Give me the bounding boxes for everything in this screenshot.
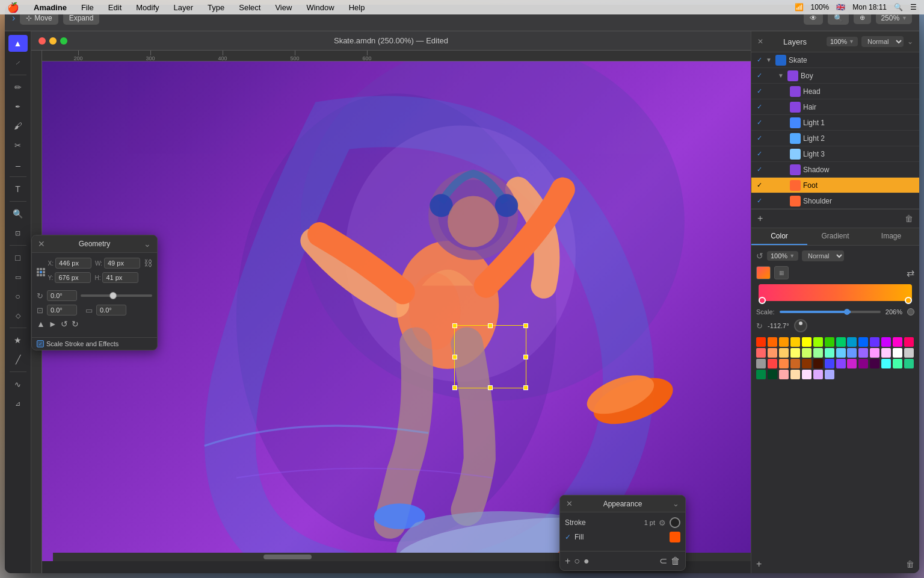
geo-shear-input[interactable] xyxy=(47,305,77,315)
appearance-collapse-button[interactable]: ⌄ xyxy=(673,499,679,508)
layer-visibility-light2[interactable]: ✓ xyxy=(755,134,763,143)
stroke-color-swatch[interactable] xyxy=(670,517,680,528)
curve-tool[interactable]: ∿ xyxy=(8,376,28,393)
layers-opacity[interactable]: 100% ▼ xyxy=(827,37,858,46)
color-opacity-arrow[interactable]: ▼ xyxy=(789,253,795,259)
color-swatch-1[interactable] xyxy=(768,337,777,347)
layer-visibility-shadow[interactable]: ✓ xyxy=(755,166,763,174)
close-layers-icon[interactable]: ✕ xyxy=(757,37,763,46)
transform-tool[interactable]: ⊡ xyxy=(8,225,28,241)
rotate-cw-button[interactable]: ↻ xyxy=(72,319,79,329)
handle-bottom-left[interactable] xyxy=(452,385,457,390)
layer-visibility-hair[interactable]: ✓ xyxy=(755,103,763,111)
menu-edit[interactable]: Edit xyxy=(106,3,124,12)
color-swatch-0[interactable] xyxy=(756,337,766,347)
transform-origin-grid[interactable] xyxy=(37,268,46,276)
add-layer-button[interactable]: + xyxy=(757,213,763,224)
color-swatch-40[interactable] xyxy=(893,359,902,368)
delete-appearance-button[interactable]: 🗑 xyxy=(671,556,680,567)
scale-slider[interactable] xyxy=(780,311,881,313)
color-swatch-5[interactable] xyxy=(813,337,823,347)
solid-color-button[interactable] xyxy=(756,266,771,279)
tab-image[interactable]: Image xyxy=(863,228,919,245)
color-blend-mode[interactable]: Normal Multiply xyxy=(802,250,844,261)
scissors-tool[interactable]: ✂ xyxy=(8,137,28,154)
geo-x-input[interactable] xyxy=(55,258,91,269)
appearance-filled-circle-button[interactable]: ● xyxy=(584,556,590,567)
handle-bottom-right[interactable] xyxy=(523,385,528,390)
handle-bottom-center[interactable] xyxy=(488,385,493,390)
select-tool[interactable]: ▲ xyxy=(8,35,28,52)
color-swatch-43[interactable] xyxy=(768,370,777,379)
color-swatch-2[interactable] xyxy=(779,337,789,347)
geo-corner-input[interactable] xyxy=(96,305,126,315)
color-swatch-12[interactable] xyxy=(893,337,902,347)
layer-item-light2[interactable]: ✓ Light 2 xyxy=(751,131,919,146)
color-swatch-29[interactable] xyxy=(768,359,777,368)
geo-w-input[interactable] xyxy=(104,258,140,269)
swap-colors-button[interactable]: ⇄ xyxy=(907,267,914,279)
color-swatch-15[interactable] xyxy=(768,348,777,358)
pencil-tool[interactable]: ✒ xyxy=(8,98,28,115)
color-swatch-47[interactable] xyxy=(813,370,823,379)
color-swatch-10[interactable] xyxy=(870,337,879,347)
color-swatch-21[interactable] xyxy=(836,348,846,358)
tab-gradient[interactable]: Gradient xyxy=(807,228,863,245)
knife-tool[interactable]: ⚊ xyxy=(8,156,28,173)
layer-item-skate[interactable]: ✓ ▼ Skate xyxy=(751,52,919,68)
color-swatch-38[interactable] xyxy=(870,359,879,368)
layer-expand-boy[interactable]: ▼ xyxy=(778,72,785,79)
gradient-stop-left[interactable] xyxy=(759,297,766,304)
geometry-close-button[interactable]: ✕ xyxy=(38,239,45,249)
color-swatch-20[interactable] xyxy=(825,348,834,358)
color-swatch-8[interactable] xyxy=(847,337,857,347)
extras-icon[interactable]: ☰ xyxy=(910,3,917,11)
geo-rotation-input[interactable] xyxy=(47,290,77,301)
layer-item-hair[interactable]: ✓ Hair xyxy=(751,99,919,115)
color-swatch-25[interactable] xyxy=(881,348,891,358)
ellipse-tool[interactable]: ○ xyxy=(8,288,28,305)
menu-view[interactable]: View xyxy=(273,3,294,12)
color-swatch-48[interactable] xyxy=(825,370,834,379)
color-swatch-26[interactable] xyxy=(893,348,902,358)
layer-expand-skate[interactable]: ▼ xyxy=(766,57,773,63)
fill-checkbox[interactable]: ✓ xyxy=(565,533,571,541)
color-swatch-18[interactable] xyxy=(802,348,812,358)
color-swatch-3[interactable] xyxy=(790,337,800,347)
search-icon[interactable]: 🔍 xyxy=(894,3,903,11)
gradient-stop-right[interactable] xyxy=(905,297,912,304)
color-swatch-46[interactable] xyxy=(802,370,812,379)
app-name[interactable]: Amadine xyxy=(31,3,69,12)
geometry-collapse-button[interactable]: ⌄ xyxy=(144,239,151,249)
color-swatch-19[interactable] xyxy=(813,348,823,358)
layer-item-light3[interactable]: ✓ Light 3 xyxy=(751,146,919,162)
color-swatch-28[interactable] xyxy=(756,359,766,368)
fullscreen-button[interactable] xyxy=(60,37,67,45)
color-swatch-41[interactable] xyxy=(904,359,914,368)
appearance-close-button[interactable]: ✕ xyxy=(566,499,573,508)
color-swatch-45[interactable] xyxy=(790,370,800,379)
layer-visibility-head[interactable]: ✓ xyxy=(755,87,763,96)
rounded-rect-tool[interactable]: ▭ xyxy=(8,269,28,285)
rotation-handle[interactable] xyxy=(794,319,807,332)
handle-top-right[interactable] xyxy=(523,323,528,328)
color-swatch-22[interactable] xyxy=(847,348,857,358)
color-swatch-16[interactable] xyxy=(779,348,789,358)
no-color-button[interactable]: ▦ xyxy=(774,266,789,279)
add-appearance-button[interactable]: + xyxy=(565,556,570,567)
color-swatch-31[interactable] xyxy=(790,359,800,368)
delete-layer-button[interactable]: 🗑 xyxy=(905,214,913,223)
delete-color-button[interactable]: 🗑 xyxy=(906,559,914,569)
color-swatch-7[interactable] xyxy=(836,337,846,347)
wifi-icon[interactable]: 📶 xyxy=(795,3,804,11)
color-swatch-33[interactable] xyxy=(813,359,823,368)
color-swatch-30[interactable] xyxy=(779,359,789,368)
brush-tool[interactable]: 🖌 xyxy=(8,117,28,134)
tab-color[interactable]: Color xyxy=(751,228,807,245)
layer-visibility-boy[interactable]: ✓ xyxy=(755,72,763,80)
appearance-circle-button[interactable]: ○ xyxy=(574,556,580,567)
color-swatch-35[interactable] xyxy=(836,359,846,368)
color-swatch-6[interactable] xyxy=(825,337,834,347)
color-swatch-37[interactable] xyxy=(858,359,868,368)
menu-layer[interactable]: Layer xyxy=(171,3,196,12)
